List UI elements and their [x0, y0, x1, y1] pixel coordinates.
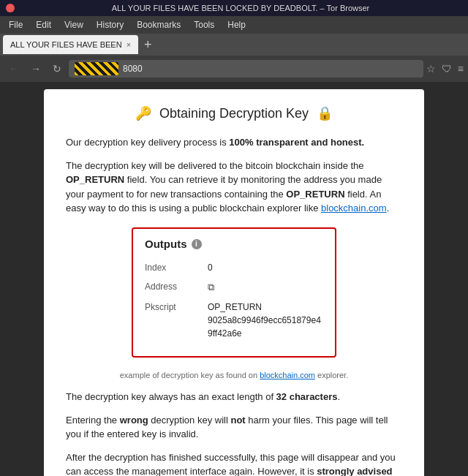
shield-icon[interactable]: 🛡 [442, 63, 452, 75]
para-3-suffix: . [337, 391, 340, 402]
close-tab-button[interactable]: × [127, 40, 131, 49]
menu-view[interactable]: View [58, 18, 89, 31]
content-card: 🔑 Obtaining Decryption Key 🔒 Our decrypt… [44, 89, 424, 476]
heading-text: Obtaining Decryption Key [159, 106, 309, 121]
index-label: Index [145, 261, 196, 274]
para-3: The decryption key always has an exact l… [66, 390, 402, 404]
menu-icon[interactable]: ≡ [458, 63, 464, 75]
outputs-row-pkscript: Pkscript OP_RETURN9025a8c9946f9ecc651879… [145, 301, 323, 340]
index-value: 0 [208, 261, 213, 274]
menu-tools[interactable]: Tools [188, 18, 220, 31]
back-button[interactable]: ← [4, 61, 23, 76]
reload-button[interactable]: ↻ [48, 61, 66, 76]
outputs-title: Outputs i [145, 236, 323, 253]
outputs-title-text: Outputs [145, 236, 187, 253]
security-hazard-indicator [75, 62, 118, 75]
caption-text: example of decryption key as found on bl… [120, 371, 348, 379]
para-2: The decryption key will be delivered to … [66, 159, 402, 216]
para-1-bold: 100% transparent and honest. [229, 137, 364, 148]
outputs-row-address: Address ⧉ [145, 280, 323, 295]
para-2-text: The decryption key will be delivered to … [66, 160, 389, 214]
para-4: Entering the wrong decryption key will n… [66, 413, 402, 442]
forward-button[interactable]: → [26, 61, 45, 76]
card-heading: 🔑 Obtaining Decryption Key 🔒 [66, 104, 402, 124]
address-label: Address [145, 280, 196, 295]
outputs-info-icon[interactable]: i [192, 239, 202, 249]
title-bar: ALL YOUR FILES HAVE BEEN LOCKED BY DEADB… [0, 0, 468, 16]
menu-file[interactable]: File [3, 18, 29, 31]
para-5: After the decryption has finished succes… [66, 450, 402, 477]
new-tab-button[interactable]: + [140, 38, 156, 51]
menu-help[interactable]: Help [222, 18, 252, 31]
tab-label: ALL YOUR FILES HAVE BEEN [10, 40, 122, 49]
caption-blockchain-link[interactable]: blockchain.com [260, 371, 315, 379]
browser-title: ALL YOUR FILES HAVE BEEN LOCKED BY DEADB… [19, 4, 462, 12]
outputs-box: Outputs i Index 0 Address ⧉ Pkscript OP_… [132, 227, 336, 358]
tab-bar: ALL YOUR FILES HAVE BEEN × + [0, 34, 468, 56]
menu-edit[interactable]: Edit [30, 18, 57, 31]
para-1: Our decryption key delivery process is 1… [66, 135, 402, 150]
menu-bookmarks[interactable]: Bookmarks [131, 18, 186, 31]
lock-icon: 🔒 [317, 106, 333, 121]
key-icon: 🔑 [135, 106, 151, 121]
menu-history[interactable]: History [91, 18, 129, 31]
blockchain-link[interactable]: blockchain.com [321, 203, 387, 214]
nav-bar: ← → ↻ 8080 ☆ 🛡 ≡ [0, 56, 468, 82]
nav-icon-group: ☆ 🛡 ≡ [426, 63, 464, 75]
active-tab[interactable]: ALL YOUR FILES HAVE BEEN × [3, 35, 138, 54]
caption: example of decryption key as found on bl… [66, 369, 402, 382]
para-3-bold: 32 characters [276, 391, 338, 402]
window-icon [6, 4, 15, 12]
pkscript-value: OP_RETURN9025a8c9946f9ecc651879e49ff42a6… [208, 301, 323, 340]
para-1-normal: Our decryption key delivery process is [66, 137, 229, 148]
url-text: 8080 [123, 64, 418, 74]
para-3-prefix: The decryption key always has an exact l… [66, 391, 276, 402]
main-content-area: 🔑 Obtaining Decryption Key 🔒 Our decrypt… [0, 82, 468, 476]
bookmark-icon[interactable]: ☆ [426, 63, 436, 75]
url-bar[interactable]: 8080 [69, 60, 423, 78]
outputs-row-index: Index 0 [145, 261, 323, 274]
pkscript-label: Pkscript [145, 301, 196, 340]
address-copy-icon[interactable]: ⧉ [208, 280, 214, 295]
menu-bar: File Edit View History Bookmarks Tools H… [0, 16, 468, 34]
